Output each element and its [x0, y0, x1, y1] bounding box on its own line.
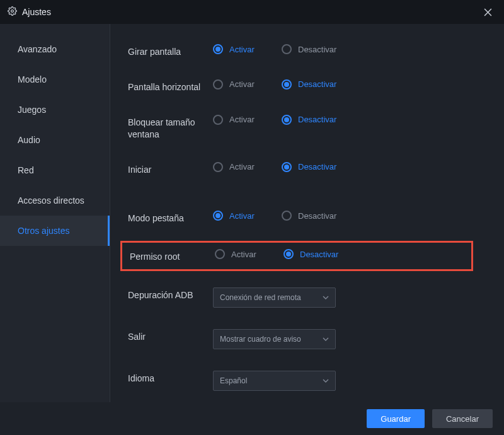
- sidebar-item-label: Red: [18, 165, 34, 175]
- sidebar-item-label: Avanzado: [18, 44, 57, 54]
- setting-label: Bloquear tamaño ventana: [128, 115, 213, 141]
- sidebar-item-label: Audio: [18, 135, 40, 145]
- radio-icon: [213, 211, 223, 221]
- radio-label: Desactivar: [300, 250, 338, 259]
- close-icon: [484, 8, 492, 16]
- adb-debug-dropdown[interactable]: Conexión de red remota: [213, 287, 336, 308]
- setting-rotate-screen: Girar pantalla Activar Desactivar: [128, 39, 494, 63]
- radio-icon: [282, 211, 292, 221]
- sidebar: Avanzado Modelo Juegos Audio Red Accesos…: [0, 24, 110, 402]
- setting-root-permission: Permiso root Activar Desactivar: [130, 249, 465, 263]
- sidebar-item-audio[interactable]: Audio: [0, 125, 110, 155]
- radio-icon: [213, 79, 223, 90]
- radio-icon: [284, 249, 294, 259]
- sidebar-item-modelo[interactable]: Modelo: [0, 64, 110, 95]
- radio-desactivar[interactable]: Desactivar: [282, 115, 336, 125]
- dropdown-value: Conexión de red remota: [220, 293, 301, 302]
- radio-icon: [213, 115, 223, 125]
- radio-activar[interactable]: Activar: [213, 79, 266, 90]
- sidebar-item-otros-ajustes[interactable]: Otros ajustes: [0, 216, 110, 246]
- dropdown-value: Español: [220, 376, 247, 385]
- exit-dropdown[interactable]: Mostrar cuadro de aviso: [213, 329, 336, 349]
- radio-activar[interactable]: Activar: [213, 162, 266, 172]
- setting-language: Idioma Español: [128, 366, 494, 396]
- sidebar-item-label: Accesos directos: [18, 195, 84, 206]
- titlebar: Ajustes: [0, 0, 504, 24]
- setting-lock-window-size: Bloquear tamaño ventana Activar Desactiv…: [128, 110, 494, 146]
- setting-label: Salir: [128, 329, 213, 343]
- setting-start: Iniciar Activar Desactivar: [128, 157, 494, 181]
- highlight-root-permission: Permiso root Activar Desactivar: [120, 241, 473, 271]
- radio-label: Desactivar: [298, 45, 336, 54]
- radio-label: Activar: [229, 115, 255, 124]
- radio-label: Activar: [231, 250, 256, 259]
- radio-desactivar[interactable]: Desactivar: [282, 162, 336, 172]
- radio-icon: [213, 44, 223, 54]
- radio-label: Desactivar: [298, 211, 336, 221]
- sidebar-item-juegos[interactable]: Juegos: [0, 95, 110, 125]
- radio-label: Activar: [229, 79, 255, 89]
- setting-adb-debug: Depuración ADB Conexión de red remota: [128, 282, 494, 313]
- window-title: Ajustes: [22, 7, 51, 17]
- radio-desactivar[interactable]: Desactivar: [282, 211, 336, 221]
- setting-label: Depuración ADB: [128, 287, 213, 301]
- svg-point-0: [11, 10, 14, 13]
- chevron-down-icon: [323, 294, 329, 301]
- radio-icon: [282, 79, 292, 90]
- chevron-down-icon: [323, 378, 329, 384]
- radio-desactivar[interactable]: Desactivar: [282, 44, 336, 54]
- setting-tab-mode: Modo pestaña Activar Desactivar: [128, 206, 494, 229]
- language-dropdown[interactable]: Español: [213, 371, 336, 391]
- radio-label: Desactivar: [298, 79, 336, 89]
- setting-label: Permiso root: [130, 249, 215, 263]
- setting-horizontal-screen: Pantalla horizontal Activar Desactivar: [128, 74, 494, 98]
- dropdown-value: Mostrar cuadro de aviso: [220, 335, 301, 344]
- sidebar-item-label: Juegos: [18, 105, 46, 115]
- setting-label: Iniciar: [128, 162, 213, 176]
- radio-icon: [215, 249, 225, 259]
- radio-icon: [282, 162, 292, 172]
- setting-label: Pantalla horizontal: [128, 79, 213, 93]
- setting-label: Idioma: [128, 371, 213, 385]
- radio-activar[interactable]: Activar: [213, 115, 266, 125]
- close-button[interactable]: [479, 3, 496, 21]
- chevron-down-icon: [323, 336, 329, 342]
- save-button[interactable]: Guardar: [367, 409, 425, 428]
- settings-content: Girar pantalla Activar Desactivar Pantal…: [110, 24, 504, 402]
- sidebar-item-label: Otros ajustes: [18, 226, 69, 236]
- setting-exit: Salir Mostrar cuadro de aviso: [128, 324, 494, 354]
- footer: Guardar Cancelar: [0, 402, 504, 435]
- radio-activar[interactable]: Activar: [213, 211, 266, 221]
- gear-icon: [8, 6, 17, 18]
- radio-label: Activar: [229, 211, 255, 221]
- radio-label: Activar: [229, 45, 255, 54]
- radio-icon: [213, 162, 223, 172]
- radio-label: Activar: [229, 162, 255, 171]
- radio-icon: [282, 44, 292, 54]
- cancel-button[interactable]: Cancelar: [432, 409, 493, 428]
- setting-label: Girar pantalla: [128, 44, 213, 58]
- setting-label: Modo pestaña: [128, 211, 213, 224]
- radio-icon: [282, 115, 292, 125]
- sidebar-item-red[interactable]: Red: [0, 155, 110, 185]
- sidebar-item-label: Modelo: [18, 74, 47, 84]
- radio-label: Desactivar: [298, 162, 336, 171]
- radio-label: Desactivar: [298, 115, 336, 124]
- radio-desactivar[interactable]: Desactivar: [284, 249, 338, 259]
- radio-activar[interactable]: Activar: [213, 44, 266, 54]
- radio-activar[interactable]: Activar: [215, 249, 268, 259]
- radio-desactivar[interactable]: Desactivar: [282, 79, 336, 90]
- sidebar-item-accesos-directos[interactable]: Accesos directos: [0, 185, 110, 216]
- sidebar-item-avanzado[interactable]: Avanzado: [0, 34, 110, 64]
